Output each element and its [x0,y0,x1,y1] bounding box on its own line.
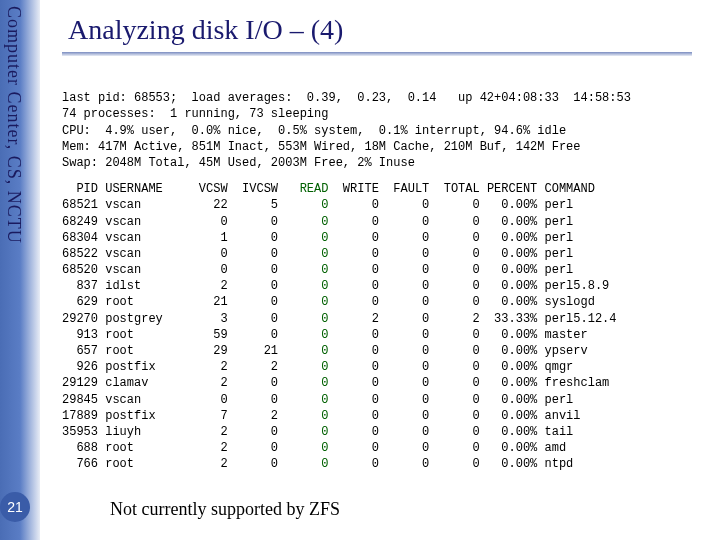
table-row: 913 root 59 0 0 0 0 0 0.00% master [62,327,702,343]
table-row: 766 root 2 0 0 0 0 0 0.00% ntpd [62,456,702,472]
table-row: 29270 postgrey 3 0 0 2 0 2 33.33% perl5.… [62,311,702,327]
top-summary: last pid: 68553; load averages: 0.39, 0.… [62,90,702,171]
table-row: 68521 vscan 22 5 0 0 0 0 0.00% perl [62,197,702,213]
table-row: 629 root 21 0 0 0 0 0 0.00% syslogd [62,294,702,310]
slide-title: Analyzing disk I/O – (4) [68,14,710,46]
org-label: Computer Center, CS, NCTU [3,6,24,244]
table-row: 926 postfix 2 2 0 0 0 0 0.00% qmgr [62,359,702,375]
page-number-badge: 21 [0,492,30,522]
terminal-output: last pid: 68553; load averages: 0.39, 0.… [62,74,702,473]
slide-main: Analyzing disk I/O – (4) last pid: 68553… [50,0,710,540]
footnote-text: Not currently supported by ZFS [110,499,340,520]
table-row: 17889 postfix 7 2 0 0 0 0 0.00% anvil [62,408,702,424]
table-row: 35953 liuyh 2 0 0 0 0 0 0.00% tail [62,424,702,440]
summary-line-5: Swap: 2048M Total, 45M Used, 2003M Free,… [62,156,415,170]
summary-line-3: CPU: 4.9% user, 0.0% nice, 0.5% system, … [62,124,566,138]
table-row: 68520 vscan 0 0 0 0 0 0 0.00% perl [62,262,702,278]
table-row: 68304 vscan 1 0 0 0 0 0 0.00% perl [62,230,702,246]
process-table: PID USERNAME VCSW IVCSW READ WRITE FAULT… [62,181,702,472]
summary-line-1: last pid: 68553; load averages: 0.39, 0.… [62,91,631,105]
table-header-row: PID USERNAME VCSW IVCSW READ WRITE FAULT… [62,181,702,197]
summary-line-4: Mem: 417M Active, 851M Inact, 553M Wired… [62,140,580,154]
table-row: 68522 vscan 0 0 0 0 0 0 0.00% perl [62,246,702,262]
summary-line-2: 74 processes: 1 running, 73 sleeping [62,107,328,121]
slide-sidebar: Computer Center, CS, NCTU 21 [0,0,40,540]
table-row: 29845 vscan 0 0 0 0 0 0 0.00% perl [62,392,702,408]
table-row: 657 root 29 21 0 0 0 0 0.00% ypserv [62,343,702,359]
title-underline [62,52,692,56]
table-row: 688 root 2 0 0 0 0 0 0.00% amd [62,440,702,456]
table-row: 68249 vscan 0 0 0 0 0 0 0.00% perl [62,214,702,230]
table-row: 29129 clamav 2 0 0 0 0 0 0.00% freshclam [62,375,702,391]
table-row: 837 idlst 2 0 0 0 0 0 0.00% perl5.8.9 [62,278,702,294]
